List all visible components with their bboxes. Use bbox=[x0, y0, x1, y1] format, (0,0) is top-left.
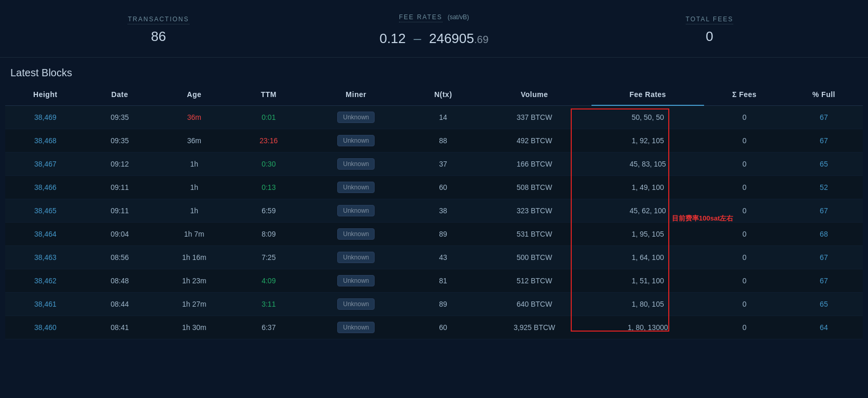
cell-ntx: 81 bbox=[409, 269, 477, 292]
height-link[interactable]: 38,461 bbox=[34, 300, 57, 308]
transactions-label: TRANSACTIONS bbox=[128, 16, 189, 24]
cell-volume: 3,925 BTCW bbox=[477, 315, 592, 339]
cell-ntx: 14 bbox=[409, 105, 477, 129]
total-fees-value: 0 bbox=[572, 29, 847, 45]
cell-age: 1h 30m bbox=[154, 315, 235, 339]
cell-pct-full: 65 bbox=[785, 152, 863, 175]
cell-miner: Unknown bbox=[303, 152, 409, 175]
cell-sigma-fees: 0 bbox=[704, 292, 785, 315]
height-link[interactable]: 38,466 bbox=[34, 183, 57, 191]
cell-volume: 323 BTCW bbox=[477, 199, 592, 222]
miner-badge[interactable]: Unknown bbox=[337, 158, 375, 170]
transactions-stat: TRANSACTIONS 86 bbox=[21, 15, 296, 45]
cell-height[interactable]: 38,462 bbox=[5, 269, 86, 292]
cell-ttm: 7:25 bbox=[235, 245, 303, 269]
col-pct-full: % Full bbox=[785, 84, 863, 105]
cell-pct-full: 68 bbox=[785, 222, 863, 245]
cell-sigma-fees: 0 bbox=[704, 269, 785, 292]
cell-fee-rates: 1, 80, 105 bbox=[591, 292, 704, 315]
cell-ttm: 8:09 bbox=[235, 222, 303, 245]
pct-full-value: 65 bbox=[820, 160, 828, 168]
fee-rate-high: 246905.69 bbox=[429, 31, 489, 46]
cell-date: 09:11 bbox=[86, 175, 154, 199]
cell-height[interactable]: 38,466 bbox=[5, 175, 86, 199]
miner-badge[interactable]: Unknown bbox=[337, 135, 375, 146]
table-row: 38,46709:121h0:30Unknown37166 BTCW45, 83… bbox=[5, 152, 863, 175]
height-link[interactable]: 38,465 bbox=[34, 207, 57, 215]
ttm-value: 6:59 bbox=[261, 207, 275, 215]
col-date: Date bbox=[86, 84, 154, 105]
cell-miner: Unknown bbox=[303, 199, 409, 222]
cell-fee-rates: 1, 92, 105 bbox=[591, 129, 704, 152]
cell-volume: 337 BTCW bbox=[477, 105, 592, 129]
cell-sigma-fees: 0 bbox=[704, 245, 785, 269]
cell-age: 1h 27m bbox=[154, 292, 235, 315]
height-link[interactable]: 38,467 bbox=[34, 160, 57, 168]
cell-ntx: 88 bbox=[409, 129, 477, 152]
volume-unit: BTCW bbox=[529, 113, 552, 121]
volume-unit: BTCW bbox=[529, 253, 552, 262]
section-title: Latest Blocks bbox=[0, 58, 868, 84]
height-link[interactable]: 38,464 bbox=[34, 230, 57, 238]
cell-height[interactable]: 38,461 bbox=[5, 292, 86, 315]
cell-miner: Unknown bbox=[303, 105, 409, 129]
height-link[interactable]: 38,469 bbox=[34, 113, 57, 121]
cell-height[interactable]: 38,463 bbox=[5, 245, 86, 269]
fee-rates-stat: FEE RATES (sat/vB) 0.12 – 246905.69 bbox=[296, 12, 572, 47]
miner-badge[interactable]: Unknown bbox=[337, 322, 375, 333]
cell-fee-rates: 45, 83, 105 bbox=[591, 152, 704, 175]
cell-volume: 512 BTCW bbox=[477, 269, 592, 292]
miner-badge[interactable]: Unknown bbox=[337, 228, 375, 240]
cell-fee-rates: 50, 50, 50 bbox=[591, 105, 704, 129]
cell-date: 09:35 bbox=[86, 129, 154, 152]
table-row: 38,46809:3536m23:16Unknown88492 BTCW1, 9… bbox=[5, 129, 863, 152]
miner-badge[interactable]: Unknown bbox=[337, 112, 375, 123]
pct-full-value: 67 bbox=[820, 136, 828, 145]
height-link[interactable]: 38,468 bbox=[34, 136, 57, 145]
cell-ttm: 0:30 bbox=[235, 152, 303, 175]
ttm-value: 23:16 bbox=[259, 136, 278, 145]
table-row: 38,46208:481h 23m4:09Unknown81512 BTCW1,… bbox=[5, 269, 863, 292]
cell-pct-full: 67 bbox=[785, 269, 863, 292]
miner-badge[interactable]: Unknown bbox=[337, 205, 375, 216]
cell-height[interactable]: 38,460 bbox=[5, 315, 86, 339]
cell-fee-rates: 45, 62, 100 bbox=[591, 199, 704, 222]
blocks-table-container: 目前费率100sat左右 Height Date Age TTM Miner N… bbox=[0, 84, 868, 339]
cell-ttm: 3:11 bbox=[235, 292, 303, 315]
cell-miner: Unknown bbox=[303, 292, 409, 315]
cell-ttm: 0:01 bbox=[235, 105, 303, 129]
col-ntx: N(tx) bbox=[409, 84, 477, 105]
miner-badge[interactable]: Unknown bbox=[337, 252, 375, 263]
height-link[interactable]: 38,460 bbox=[34, 323, 57, 332]
cell-date: 08:56 bbox=[86, 245, 154, 269]
ttm-value: 3:11 bbox=[261, 300, 275, 308]
cell-date: 08:41 bbox=[86, 315, 154, 339]
ttm-value: 0:13 bbox=[261, 183, 275, 191]
cell-height[interactable]: 38,468 bbox=[5, 129, 86, 152]
table-row: 38,46409:041h 7m8:09Unknown89531 BTCW1, … bbox=[5, 222, 863, 245]
height-link[interactable]: 38,462 bbox=[34, 277, 57, 285]
table-row: 38,46909:3536m0:01Unknown14337 BTCW50, 5… bbox=[5, 105, 863, 129]
cell-height[interactable]: 38,467 bbox=[5, 152, 86, 175]
cell-volume: 500 BTCW bbox=[477, 245, 592, 269]
ttm-value: 8:09 bbox=[261, 230, 275, 238]
miner-badge[interactable]: Unknown bbox=[337, 275, 375, 286]
volume-unit: BTCW bbox=[529, 230, 552, 238]
height-link[interactable]: 38,463 bbox=[34, 253, 57, 262]
col-ttm: TTM bbox=[235, 84, 303, 105]
miner-badge[interactable]: Unknown bbox=[337, 298, 375, 310]
pct-full-value: 64 bbox=[820, 323, 828, 332]
cell-height[interactable]: 38,464 bbox=[5, 222, 86, 245]
cell-ntx: 37 bbox=[409, 152, 477, 175]
cell-height[interactable]: 38,465 bbox=[5, 199, 86, 222]
cell-ntx: 38 bbox=[409, 199, 477, 222]
pct-full-value: 65 bbox=[820, 300, 828, 308]
cell-volume: 508 BTCW bbox=[477, 175, 592, 199]
cell-date: 08:48 bbox=[86, 269, 154, 292]
cell-age: 1h 23m bbox=[154, 269, 235, 292]
cell-volume: 531 BTCW bbox=[477, 222, 592, 245]
cell-age: 1h bbox=[154, 152, 235, 175]
miner-badge[interactable]: Unknown bbox=[337, 182, 375, 193]
cell-height[interactable]: 38,469 bbox=[5, 105, 86, 129]
cell-ttm: 23:16 bbox=[235, 129, 303, 152]
